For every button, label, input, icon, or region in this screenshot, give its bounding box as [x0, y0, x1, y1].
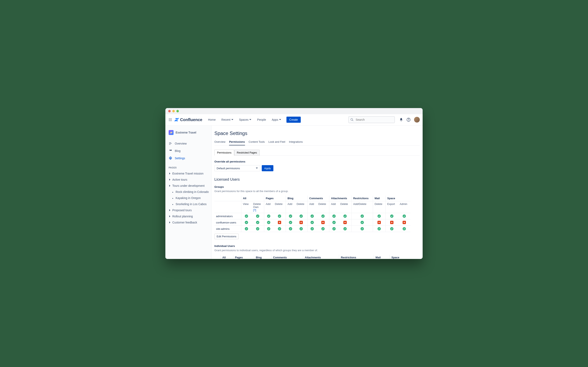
- column-sub-header: DeleteOwn[?]: [251, 201, 264, 213]
- column-group-header: Restrictions: [339, 255, 374, 259]
- check-icon: [311, 227, 314, 230]
- window-close[interactable]: [168, 110, 171, 112]
- svg-point-16: [170, 158, 171, 159]
- blog-icon: [169, 149, 172, 153]
- permission-cell: [307, 219, 317, 226]
- tab-integrations[interactable]: Integrations: [289, 139, 303, 145]
- nav-recent[interactable]: Recent: [220, 117, 235, 123]
- check-icon: [321, 227, 325, 230]
- search-input[interactable]: [348, 116, 395, 123]
- tab-overview[interactable]: Overview: [214, 139, 225, 145]
- app-switcher-icon[interactable]: [167, 117, 173, 123]
- page-tree-item[interactable]: Rollout planning: [167, 213, 210, 219]
- page-tree-item[interactable]: Active tours: [167, 176, 210, 183]
- permission-cell: [295, 226, 307, 232]
- sidebar-item-settings[interactable]: Settings: [167, 155, 210, 162]
- check-icon: [332, 227, 336, 230]
- nav-home[interactable]: Home: [207, 117, 217, 123]
- nav-people[interactable]: People: [255, 117, 268, 123]
- x-icon: [321, 221, 325, 224]
- search-box[interactable]: [348, 116, 395, 123]
- permission-cell: [273, 213, 286, 219]
- user-avatar[interactable]: [414, 117, 420, 123]
- check-icon: [256, 227, 259, 230]
- sidebar-item-overview[interactable]: Overview: [167, 140, 210, 147]
- page-tree-subitem[interactable]: Kayaking in Oregon: [167, 195, 210, 201]
- sidebar-item-label: Blog: [175, 149, 181, 152]
- chevron-right-icon: [169, 221, 171, 224]
- permission-cell: [241, 213, 251, 219]
- column-group-header: Blog: [286, 196, 308, 201]
- check-icon: [245, 221, 248, 224]
- permission-cell: [286, 226, 295, 232]
- tab-permissions[interactable]: Permissions: [229, 139, 245, 145]
- svg-point-0: [169, 118, 169, 119]
- individual-heading: Individual Users: [214, 244, 420, 248]
- check-icon: [361, 227, 364, 230]
- edit-permissions-button[interactable]: Edit Permissions: [214, 234, 239, 239]
- subtab-permissions[interactable]: Permissions: [214, 150, 234, 156]
- page-tree-item[interactable]: Tours under development: [167, 183, 210, 189]
- column-sub-header: Delete: [317, 201, 329, 213]
- tab-look-and-feel[interactable]: Look and Feel: [268, 139, 285, 145]
- permission-cell: [329, 219, 339, 226]
- check-icon: [278, 227, 281, 230]
- page-tree-item[interactable]: Exxtreme Travel mission: [167, 170, 210, 176]
- page-tree-subitem[interactable]: Rock climbing in Colorado: [167, 189, 210, 195]
- column-sub-header: Add: [286, 201, 295, 213]
- check-icon: [390, 215, 393, 218]
- top-nav: Confluence Home Recent Spaces People App…: [165, 114, 423, 125]
- space-icon: 🪐: [169, 130, 173, 135]
- permission-cell: [264, 213, 273, 219]
- page-tree-item[interactable]: Proposed tours: [167, 207, 210, 213]
- column-group-header: Pages: [264, 196, 286, 201]
- window-minimize[interactable]: [172, 110, 175, 112]
- chevron-right-icon: [169, 173, 171, 175]
- override-select[interactable]: Default permissions: [214, 165, 260, 171]
- create-button[interactable]: Create: [286, 117, 301, 123]
- apply-button[interactable]: Apply: [262, 165, 273, 171]
- check-icon: [378, 227, 381, 230]
- nav-spaces[interactable]: Spaces: [237, 117, 253, 123]
- help-icon[interactable]: [406, 117, 412, 123]
- check-icon: [256, 215, 259, 218]
- permission-cell: [264, 219, 273, 226]
- space-header[interactable]: 🪐 Exxtreme Travel: [167, 129, 210, 138]
- help-link[interactable]: [?]: [253, 209, 256, 212]
- check-icon: [361, 221, 364, 224]
- permission-cell: [273, 219, 286, 226]
- column-sub-header: Export: [385, 201, 398, 213]
- permission-row: confluence-users: [214, 219, 410, 226]
- column-group-header: Attachments: [303, 255, 339, 259]
- x-icon: [343, 221, 347, 224]
- column-group-header: Restrictions: [352, 196, 373, 201]
- chevron-down-icon: [256, 167, 258, 169]
- check-icon: [289, 215, 292, 218]
- permission-cell: [339, 219, 352, 226]
- notifications-icon[interactable]: [398, 117, 404, 123]
- subtab-restricted-pages[interactable]: Restricted Pages: [234, 150, 260, 156]
- check-icon: [343, 227, 347, 230]
- column-sub-header: View: [241, 201, 251, 213]
- check-icon: [300, 227, 303, 230]
- page-tree-subitem[interactable]: Snorkeling in Los Cabos: [167, 201, 210, 207]
- permission-cell: [329, 213, 339, 219]
- permission-cell: [373, 219, 385, 226]
- confluence-logo[interactable]: Confluence: [174, 117, 202, 122]
- page-tree-item[interactable]: Customer feedback: [167, 219, 210, 225]
- sidebar-item-blog[interactable]: Blog: [167, 147, 210, 155]
- column-sub-header: Add: [264, 201, 273, 213]
- column-group-header: All: [221, 255, 233, 259]
- check-icon: [245, 215, 248, 218]
- window-maximize[interactable]: [176, 110, 179, 112]
- permission-cell: [398, 226, 410, 232]
- check-icon: [267, 221, 270, 224]
- column-group-header: Attachments: [329, 196, 352, 201]
- check-icon: [289, 221, 292, 224]
- sidebar-pages-heading: PAGES: [167, 162, 210, 170]
- check-icon: [245, 227, 248, 230]
- sidebar: 🪐 Exxtreme Travel Overview Blog Settings…: [165, 125, 212, 259]
- individual-permissions-table: AllPagesBlogCommentsAttachmentsRestricti…: [214, 255, 410, 259]
- nav-apps[interactable]: Apps: [270, 117, 283, 123]
- tab-content-tools[interactable]: Content Tools: [249, 139, 265, 145]
